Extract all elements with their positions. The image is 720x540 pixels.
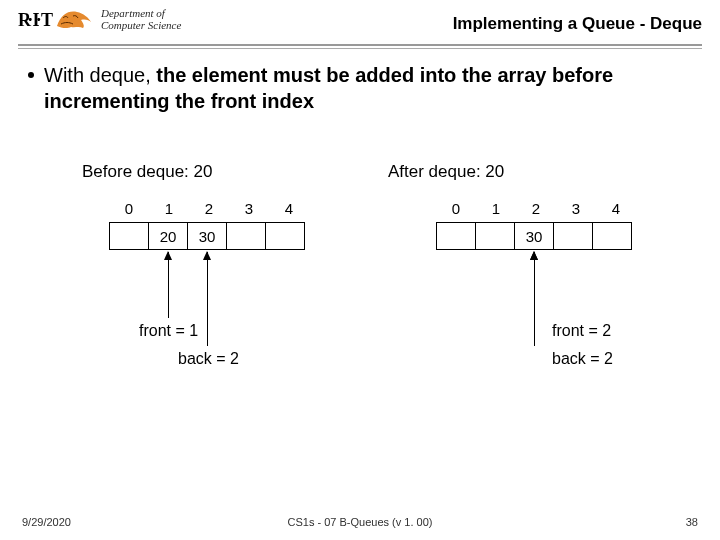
idx: 4 bbox=[269, 200, 309, 222]
cell bbox=[109, 222, 149, 250]
idx: 3 bbox=[229, 200, 269, 222]
diagram-panel: Before deque: 20 0 1 2 3 4 20 30 front =… bbox=[0, 152, 720, 500]
cell: 30 bbox=[514, 222, 554, 250]
before-front-label: front = 1 bbox=[139, 322, 198, 340]
idx: 2 bbox=[516, 200, 556, 222]
header-rule-2 bbox=[18, 48, 702, 49]
cell bbox=[265, 222, 305, 250]
slide-footer: 9/29/2020 CS1s - 07 B-Queues (v 1. 00) 3… bbox=[0, 516, 720, 534]
before-side: Before deque: 20 0 1 2 3 4 20 30 front =… bbox=[0, 152, 360, 500]
slide-header: R·I·T Department of Computer Science Imp… bbox=[18, 8, 702, 48]
before-cell-row: 20 30 bbox=[109, 222, 309, 250]
cell: 30 bbox=[187, 222, 227, 250]
idx: 3 bbox=[556, 200, 596, 222]
back-arrow-icon bbox=[207, 252, 208, 346]
before-caption: Before deque: 20 bbox=[82, 162, 212, 182]
cell: 20 bbox=[148, 222, 188, 250]
header-rule-1 bbox=[18, 44, 702, 46]
after-back-label: back = 2 bbox=[552, 350, 613, 368]
cell bbox=[226, 222, 266, 250]
idx: 4 bbox=[596, 200, 636, 222]
after-cell-row: 30 bbox=[436, 222, 636, 250]
bullet-text: With deque, the element must be added in… bbox=[44, 62, 680, 114]
bullet-item: With deque, the element must be added in… bbox=[28, 62, 680, 114]
after-array: 0 1 2 3 4 30 bbox=[436, 200, 636, 250]
after-side: After deque: 20 0 1 2 3 4 30 front = 2 b… bbox=[360, 152, 720, 500]
after-caption: After deque: 20 bbox=[388, 162, 504, 182]
before-array: 0 1 2 3 4 20 30 bbox=[109, 200, 309, 250]
footer-center: CS1s - 07 B-Queues (v 1. 00) bbox=[288, 516, 433, 528]
after-front-label: front = 2 bbox=[552, 322, 611, 340]
front-arrow-icon bbox=[168, 252, 169, 318]
after-index-row: 0 1 2 3 4 bbox=[436, 200, 636, 222]
footer-date: 9/29/2020 bbox=[22, 516, 71, 528]
idx: 1 bbox=[476, 200, 516, 222]
cell bbox=[436, 222, 476, 250]
slide-title: Implementing a Queue - Deque bbox=[453, 14, 702, 34]
back-arrow-icon bbox=[534, 252, 535, 346]
idx: 0 bbox=[436, 200, 476, 222]
cell bbox=[475, 222, 515, 250]
footer-page: 38 bbox=[686, 516, 698, 528]
bullet-lead: With deque, bbox=[44, 64, 156, 86]
idx: 1 bbox=[149, 200, 189, 222]
before-index-row: 0 1 2 3 4 bbox=[109, 200, 309, 222]
rit-letters: R·I·T bbox=[18, 10, 53, 31]
idx: 2 bbox=[189, 200, 229, 222]
tiger-icon bbox=[55, 8, 93, 32]
bullet-dot-icon bbox=[28, 72, 34, 78]
dept-label: Department of Computer Science bbox=[101, 8, 181, 31]
before-back-label: back = 2 bbox=[178, 350, 239, 368]
dept-line2: Computer Science bbox=[101, 20, 181, 32]
cell bbox=[592, 222, 632, 250]
idx: 0 bbox=[109, 200, 149, 222]
rit-logo: R·I·T bbox=[18, 8, 93, 32]
cell bbox=[553, 222, 593, 250]
